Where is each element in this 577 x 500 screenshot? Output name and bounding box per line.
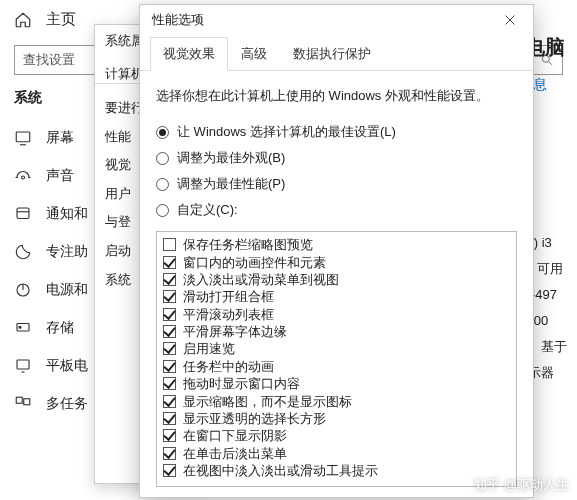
checkbox-item[interactable]: 平滑屏幕字体边缘 <box>163 323 510 340</box>
nav-label: 多任务 <box>46 395 88 413</box>
checkbox-item[interactable]: 保存任务栏缩略图预览 <box>163 236 510 253</box>
checkbox-item[interactable]: 平滑滚动列表框 <box>163 306 510 323</box>
checkbox-icon <box>163 360 176 373</box>
nav-icon <box>14 357 32 375</box>
tab[interactable]: 高级 <box>228 37 280 70</box>
nav-icon <box>14 319 32 337</box>
checkbox-item[interactable]: 淡入淡出或滑动菜单到视图 <box>163 271 510 288</box>
checkbox-item[interactable]: 滑动打开组合框 <box>163 288 510 305</box>
checkbox-label: 平滑屏幕字体边缘 <box>183 325 287 338</box>
checkbox-item[interactable]: 在视图中淡入淡出或滑动工具提示 <box>163 462 510 479</box>
checkbox-item[interactable]: 拖动时显示窗口内容 <box>163 375 510 392</box>
checkbox-icon <box>163 325 176 338</box>
titlebar[interactable]: 性能选项 <box>140 5 533 35</box>
svg-rect-16 <box>24 399 30 405</box>
radio-label: 让 Windows 选择计算机的最佳设置(L) <box>177 123 396 141</box>
radio-label: 调整为最佳性能(P) <box>177 175 285 193</box>
checkbox-icon <box>163 412 176 425</box>
nav-label: 平板电 <box>46 357 88 375</box>
nav-label: 屏幕 <box>46 129 74 147</box>
checkbox-label: 在窗口下显示阴影 <box>183 429 287 442</box>
radio-option[interactable]: 调整为最佳外观(B) <box>156 149 517 167</box>
checkbox-item[interactable]: 在窗口下显示阴影 <box>163 427 510 444</box>
svg-point-12 <box>19 326 21 328</box>
checkbox-icon <box>163 273 176 286</box>
nav-label: 电源和 <box>46 281 88 299</box>
checkbox-label: 任务栏中的动画 <box>183 360 274 373</box>
radio-dot-icon <box>156 204 169 217</box>
checkbox-icon <box>163 308 176 321</box>
radio-label: 自定义(C): <box>177 201 238 219</box>
checkbox-label: 在单击后淡出菜单 <box>183 447 287 460</box>
checkbox-icon <box>163 290 176 303</box>
nav-label: 专注助 <box>46 243 88 261</box>
checkbox-icon <box>163 464 176 477</box>
tab-bar: 视觉效果高级数据执行保护 <box>140 37 533 71</box>
search-placeholder: 查找设置 <box>23 51 75 69</box>
tab[interactable]: 视觉效果 <box>150 37 228 71</box>
checkbox-item[interactable]: 在单击后淡出菜单 <box>163 445 510 462</box>
info-link[interactable]: 息 <box>533 76 547 94</box>
checkbox-label: 在视图中淡入淡出或滑动工具提示 <box>183 464 378 477</box>
checkbox-icon <box>163 342 176 355</box>
checkbox-icon <box>163 377 176 390</box>
checkbox-icon <box>163 429 176 442</box>
svg-rect-13 <box>17 360 29 369</box>
checkbox-label: 显示缩略图，而不是显示图标 <box>183 395 352 408</box>
checkbox-label: 保存任务栏缩略图预览 <box>183 238 313 251</box>
checkbox-label: 滑动打开组合框 <box>183 290 274 303</box>
checkbox-icon <box>163 395 176 408</box>
nav-icon <box>14 243 32 261</box>
checkbox-label: 窗口内的动画控件和元素 <box>183 256 326 269</box>
checkbox-label: 淡入淡出或滑动菜单到视图 <box>183 273 339 286</box>
radio-label: 调整为最佳外观(B) <box>177 149 285 167</box>
nav-icon <box>14 167 32 185</box>
checkbox-label: 显示亚透明的选择长方形 <box>183 412 326 425</box>
description: 选择你想在此计算机上使用的 Windows 外观和性能设置。 <box>156 87 517 105</box>
radio-option[interactable]: 让 Windows 选择计算机的最佳设置(L) <box>156 123 517 141</box>
svg-line-1 <box>549 62 552 65</box>
nav-icon <box>14 205 32 223</box>
close-button[interactable] <box>493 7 527 33</box>
checkbox-label: 平滑滚动列表框 <box>183 308 274 321</box>
checkbox-label: 启用速览 <box>183 342 235 355</box>
radio-option[interactable]: 自定义(C): <box>156 201 517 219</box>
svg-rect-2 <box>16 132 30 142</box>
nav-icon <box>14 281 32 299</box>
radio-dot-icon <box>156 152 169 165</box>
radio-option[interactable]: 调整为最佳性能(P) <box>156 175 517 193</box>
checkbox-icon <box>163 256 176 269</box>
svg-point-4 <box>22 176 25 179</box>
svg-rect-7 <box>17 208 29 219</box>
nav-icon <box>14 129 32 147</box>
checkbox-label: 拖动时显示窗口内容 <box>183 377 300 390</box>
nav-label: 声音 <box>46 167 74 185</box>
nav-label: 通知和 <box>46 205 88 223</box>
checkbox-item[interactable]: 显示亚透明的选择长方形 <box>163 410 510 427</box>
tab[interactable]: 数据执行保护 <box>280 37 384 70</box>
home-label[interactable]: 主页 <box>46 10 76 29</box>
performance-options-dialog: 性能选项 视觉效果高级数据执行保护 选择你想在此计算机上使用的 Windows … <box>139 4 534 498</box>
home-icon <box>14 11 32 29</box>
radio-dot-icon <box>156 178 169 191</box>
dialog-title: 性能选项 <box>152 11 204 29</box>
checkbox-item[interactable]: 显示缩略图，而不是显示图标 <box>163 392 510 409</box>
checkbox-item[interactable]: 启用速览 <box>163 340 510 357</box>
nav-label: 存储 <box>46 319 74 337</box>
checkbox-item[interactable]: 任务栏中的动画 <box>163 358 510 375</box>
checkbox-icon <box>163 238 176 251</box>
checkbox-icon <box>163 447 176 460</box>
checkbox-list[interactable]: 保存任务栏缩略图预览窗口内的动画控件和元素淡入淡出或滑动菜单到视图滑动打开组合框… <box>156 231 517 487</box>
svg-rect-15 <box>16 397 22 403</box>
nav-icon <box>14 395 32 413</box>
watermark: 知乎 @驱动人生 <box>474 476 569 494</box>
checkbox-item[interactable]: 窗口内的动画控件和元素 <box>163 253 510 270</box>
radio-dot-icon <box>156 126 169 139</box>
